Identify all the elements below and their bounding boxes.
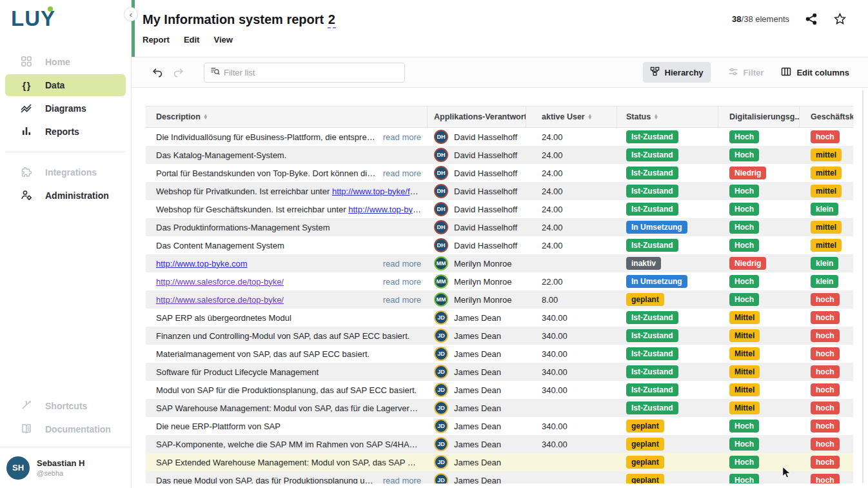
digitalization-badge: Mittel [729,311,760,324]
table-row[interactable]: Webshop für Geschäftskunden. Ist erreich… [146,200,853,218]
criticality-badge: mittel [811,239,842,252]
read-more-link[interactable]: read more [377,259,421,269]
table-row[interactable]: SAP Extended Warehouse Management: Modul… [146,453,853,471]
sort-icon[interactable]: ▴▾ [204,114,207,120]
share-icon[interactable] [805,13,818,25]
table-row[interactable]: Das Produktinformations-Management Syste… [146,218,853,236]
sidebar-item-label: Shortcuts [45,401,87,411]
owner-name: James Dean [454,403,501,413]
status-badge: geplant [626,438,664,451]
undo-icon[interactable] [152,66,164,79]
user-handle: @sebha [37,469,84,477]
edit-columns-button[interactable]: Edit columns [781,66,849,79]
read-more-link[interactable]: read more [377,168,421,178]
filter-search-icon [210,66,220,79]
owner-avatar: JD [434,365,448,379]
title-suffix[interactable]: 2 [328,12,336,28]
table-row[interactable]: SAP Warehouse Management: Modul von SAP,… [146,399,853,417]
table-row[interactable]: http://www.salesforce.de/top-byke/read m… [146,290,853,309]
table-row[interactable]: Das Content Management System DHDavid Ha… [146,236,853,254]
owner-name: Merilyn Monroe [454,295,512,305]
status-badge: In Umsetzung [626,275,687,288]
owner-avatar: DH [434,202,448,216]
table-row[interactable]: Das Katalog-Management-System. DHDavid H… [146,146,853,164]
read-more-link[interactable]: read more [377,476,421,484]
sidebar-collapse-button[interactable]: ‹ [124,7,138,21]
column-header-business-criticality[interactable]: Geschäftskritik [800,107,853,127]
sidebar-item-label: Home [45,57,70,67]
description-link[interactable]: http://www.top-byke/for-you/ [332,187,421,196]
luy-logo[interactable]: LUY [0,0,131,29]
sidebar-item-administration[interactable]: Administration [5,185,126,207]
menu-view[interactable]: View [213,35,232,45]
sort-icon[interactable]: ▴▾ [655,114,657,120]
description-cell: http://www.top-byke.com [156,259,248,269]
column-header-digitalization[interactable]: Digitalisierungsg...▴▾ [718,107,800,127]
table-row[interactable]: Portal für Bestandskunden von Top-Byke. … [146,164,853,182]
scrollbar[interactable] [862,90,863,483]
table-row[interactable]: Webshop für Privatkunden. Ist erreichbar… [146,182,853,200]
column-header-status[interactable]: Status▴▾ [617,107,718,127]
status-badge: Ist-Zustand [626,383,678,396]
status-badge: Ist-Zustand [626,185,678,198]
active-user-value: 24.00 [542,168,563,178]
table-row[interactable]: http://www.top-byke.comread more MMMeril… [146,254,853,272]
sidebar-item-reports[interactable]: Reports [5,121,126,143]
status-badge: Ist-Zustand [626,203,678,216]
column-header-active-user[interactable]: aktive User▴▾ [526,107,617,127]
digitalization-badge: Niedrig [729,167,766,179]
status-badge: geplant [626,420,664,432]
table-row[interactable]: Das neue Modul von SAP, das für Produkti… [146,471,853,483]
table-row[interactable]: Software für Product Lifecycle Managemen… [146,363,853,381]
active-user-value: 24.00 [542,150,563,160]
table-row[interactable]: Modul von SAP für die Produktionsplanung… [146,381,853,399]
filter-list-input[interactable] [224,68,385,77]
description-link[interactable]: http://www.top-byke/business/ [348,205,421,214]
menu-report[interactable]: Report [143,35,170,45]
table-row[interactable]: SAP ERP als übergeordnetes Modul JDJames… [146,309,853,327]
table-row[interactable]: SAP-Komponente, welche die SAP MM im Rah… [146,435,853,453]
toolbar: Hierarchy Filter Edit columns [132,57,868,88]
menu-edit[interactable]: Edit [184,35,200,45]
read-more-link[interactable]: read more [377,277,421,287]
description-link[interactable]: http://www.salesforce.de/top-byke/ [156,277,284,287]
column-header-description[interactable]: Description▴▾ [146,107,428,127]
status-badge: Ist-Zustand [626,365,678,378]
criticality-badge: mittel [811,167,842,179]
column-header-responsible[interactable]: Applikations-Verantwort...▴▾ [428,107,526,127]
sidebar-item-data[interactable]: { } Data [5,74,126,96]
filter-button[interactable]: Filter [728,66,764,79]
hierarchy-label: Hierarchy [665,68,704,77]
sidebar-item-integrations[interactable]: Integrations [5,161,126,183]
read-more-link[interactable]: read more [377,132,421,142]
description-link[interactable]: http://www.top-byke.com [156,259,248,269]
sidebar-item-diagrams[interactable]: Diagrams [5,97,126,119]
user-profile[interactable]: SH Sebastian H @sebha [0,447,131,488]
table-row[interactable]: Materialmanagement von SAP, das auf SAP … [146,345,853,363]
criticality-badge: mittel [811,148,842,161]
user-gear-icon [21,189,32,203]
digitalization-badge: Hoch [729,474,759,483]
sidebar-item-documentation[interactable]: Documentation [5,418,126,440]
criticality-badge: hoch [811,311,840,324]
description-link[interactable]: http://www.salesforce.de/top-byke/ [156,295,284,305]
table-row[interactable]: Die neue ERP-Plattform von SAP JDJames D… [146,417,853,435]
owner-name: James Dean [454,367,501,377]
table-row[interactable]: http://www.salesforce.de/top-byke/read m… [146,272,853,290]
read-more-link[interactable]: read more [377,295,421,305]
sort-icon[interactable]: ▴▾ [589,114,591,120]
sidebar-item-label: Documentation [45,424,111,434]
owner-avatar: MM [434,274,448,289]
owner-avatar: JD [434,310,448,325]
sidebar-item-shortcuts[interactable]: Shortcuts [5,395,126,417]
table-row[interactable]: Die Individuallösung für eBusiness-Platt… [146,128,853,146]
hierarchy-button[interactable]: Hierarchy [643,62,711,83]
star-icon[interactable] [834,13,846,25]
owner-name: David Hasselhoff [454,150,517,160]
sidebar-item-label: Data [45,80,64,90]
status-badge: Ist-Zustand [626,402,678,414]
redo-icon[interactable] [172,66,184,79]
sidebar-item-home[interactable]: Home [5,51,126,73]
table-row[interactable]: Finanzen und Controlling-Modul von SAP, … [146,327,853,345]
book-icon [21,423,32,436]
